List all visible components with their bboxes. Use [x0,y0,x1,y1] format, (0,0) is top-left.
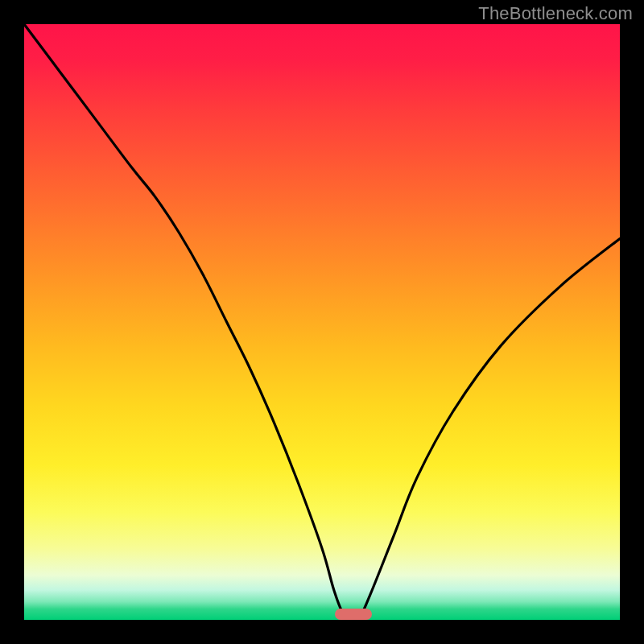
chart-frame: TheBottleneck.com [0,0,644,644]
plot-background-gradient [24,24,620,620]
watermark-text: TheBottleneck.com [478,3,633,24]
optimal-region-marker [335,609,372,620]
